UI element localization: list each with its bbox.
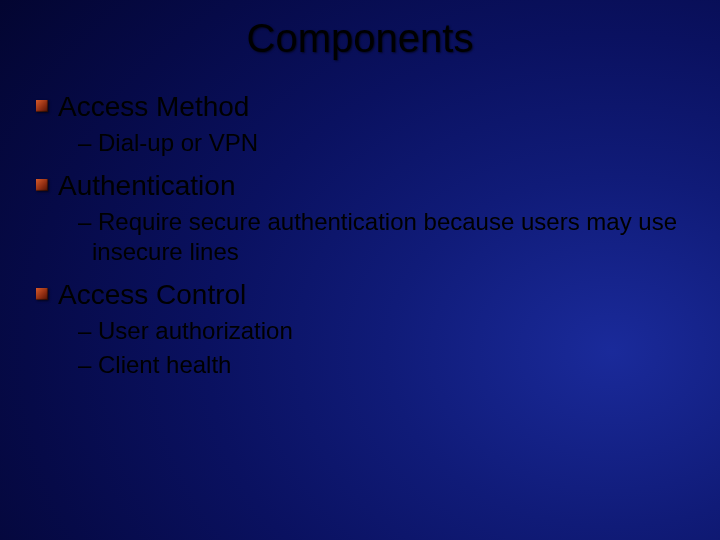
bullet-l2: Dial-up or VPN — [78, 128, 680, 158]
slide-title: Components — [0, 0, 720, 61]
bullet-l1-text: Access Control — [58, 279, 246, 310]
bullet-l2: User authorization — [78, 316, 680, 346]
bullet-l2: Client health — [78, 350, 680, 380]
slide-content: Access Method Dial-up or VPN Authenticat… — [0, 61, 720, 380]
bullet-group: Access Control User authorization Client… — [58, 277, 680, 380]
square-bullet-icon — [36, 179, 48, 191]
bullet-group: Access Method Dial-up or VPN — [58, 89, 680, 158]
bullet-l1: Authentication — [58, 168, 680, 203]
square-bullet-icon — [36, 100, 48, 112]
square-bullet-icon — [36, 288, 48, 300]
slide: Components Access Method Dial-up or VPN … — [0, 0, 720, 540]
bullet-group: Authentication Require secure authentica… — [58, 168, 680, 267]
bullet-l1-text: Authentication — [58, 170, 235, 201]
bullet-l1-text: Access Method — [58, 91, 249, 122]
bullet-l2: Require secure authentication because us… — [78, 207, 680, 267]
bullet-l1: Access Method — [58, 89, 680, 124]
bullet-l1: Access Control — [58, 277, 680, 312]
